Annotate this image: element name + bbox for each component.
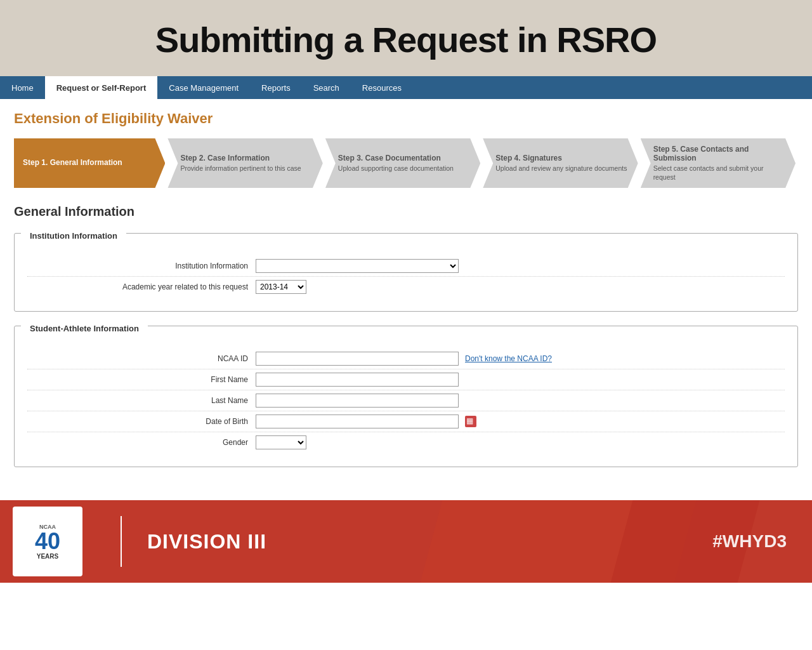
step-2-title: Step 2. Case Information bbox=[180, 154, 313, 162]
footer-logo-years: YEARS bbox=[37, 553, 58, 560]
first-name-input[interactable] bbox=[256, 373, 459, 387]
academic-year-control: 2013-14 2012-13 2014-15 bbox=[256, 280, 785, 294]
nav-reports[interactable]: Reports bbox=[250, 76, 302, 99]
footer-division-text: DIVISION III bbox=[147, 530, 266, 554]
step-2-desc: Provide information pertinent to this ca… bbox=[180, 164, 313, 173]
student-form-rows: NCAA ID Don't know the NCAA ID? First Na… bbox=[15, 346, 797, 455]
footer: NCAA 40 YEARS DIVISION III #WHYD3 bbox=[0, 500, 812, 583]
steps-bar: Step 1. General Information Step 2. Case… bbox=[14, 138, 798, 188]
section-heading: General Information bbox=[14, 204, 798, 219]
footer-logo-number: 40 bbox=[35, 530, 60, 553]
date-of-birth-row: Date of Birth bbox=[27, 411, 785, 432]
footer-divider bbox=[121, 516, 122, 567]
last-name-input[interactable] bbox=[256, 394, 459, 408]
student-section-title: Student-Athlete Information bbox=[21, 319, 148, 338]
institution-info-row: Institution Information bbox=[27, 256, 785, 277]
student-section: Student-Athlete Information NCAA ID Don'… bbox=[14, 326, 798, 467]
gender-row: Gender Male Female bbox=[27, 432, 785, 453]
nav-request-self-report[interactable]: Request or Self-Report bbox=[45, 76, 158, 99]
institution-info-control bbox=[256, 259, 785, 273]
step-4: Step 4. Signatures Upload and review any… bbox=[483, 138, 638, 188]
nav-case-management[interactable]: Case Management bbox=[157, 76, 250, 99]
first-name-control bbox=[256, 373, 785, 387]
first-name-label: First Name bbox=[27, 375, 256, 384]
step-2: Step 2. Case Information Provide informa… bbox=[167, 138, 322, 188]
footer-logo: NCAA 40 YEARS bbox=[13, 507, 82, 576]
step-1: Step 1. General Information bbox=[14, 138, 165, 188]
gender-label: Gender bbox=[27, 438, 256, 447]
calendar-icon[interactable] bbox=[465, 416, 476, 427]
step-1-title: Step 1. General Information bbox=[23, 158, 156, 167]
nav-resources[interactable]: Resources bbox=[351, 76, 413, 99]
last-name-row: Last Name bbox=[27, 390, 785, 411]
last-name-label: Last Name bbox=[27, 396, 256, 405]
institution-form-rows: Institution Information Academic year re… bbox=[15, 253, 797, 300]
nav-search[interactable]: Search bbox=[302, 76, 351, 99]
academic-year-select[interactable]: 2013-14 2012-13 2014-15 bbox=[256, 280, 306, 294]
date-of-birth-control bbox=[256, 415, 785, 428]
institution-info-select[interactable] bbox=[256, 259, 459, 273]
ncaa-id-label: NCAA ID bbox=[27, 354, 256, 363]
nav-home[interactable]: Home bbox=[0, 76, 45, 99]
step-5: Step 5. Case Contacts and Submission Sel… bbox=[641, 138, 796, 188]
step-5-desc: Select case contacts and submit your req… bbox=[653, 164, 787, 182]
step-5-title: Step 5. Case Contacts and Submission bbox=[653, 145, 787, 162]
gender-control: Male Female bbox=[256, 435, 785, 449]
page-title: Extension of Eligibility Waiver bbox=[14, 110, 798, 127]
step-3: Step 3. Case Documentation Upload suppor… bbox=[325, 138, 480, 188]
gender-select[interactable]: Male Female bbox=[256, 435, 306, 449]
navigation-bar: Home Request or Self-Report Case Managem… bbox=[0, 76, 812, 99]
step-4-desc: Upload and review any signature document… bbox=[495, 164, 629, 173]
last-name-control bbox=[256, 394, 785, 408]
academic-year-label: Academic year related to this request bbox=[27, 282, 256, 291]
main-content: Extension of Eligibility Waiver Step 1. … bbox=[0, 99, 812, 500]
date-of-birth-label: Date of Birth bbox=[27, 417, 256, 426]
step-3-desc: Upload supporting case documentation bbox=[338, 164, 471, 173]
step-4-title: Step 4. Signatures bbox=[495, 154, 629, 162]
academic-year-row: Academic year related to this request 20… bbox=[27, 277, 785, 297]
step-3-title: Step 3. Case Documentation bbox=[338, 154, 471, 162]
dont-know-ncaa-id-link[interactable]: Don't know the NCAA ID? bbox=[465, 354, 552, 363]
institution-section-title: Institution Information bbox=[21, 226, 126, 246]
date-of-birth-input[interactable] bbox=[256, 415, 459, 428]
page-main-title: Submitting a Request in RSRO bbox=[0, 19, 812, 60]
ncaa-id-input[interactable] bbox=[256, 352, 459, 366]
page-header: Submitting a Request in RSRO bbox=[0, 0, 812, 76]
institution-section: Institution Information Institution Info… bbox=[14, 233, 798, 312]
footer-hashtag: #WHYD3 bbox=[712, 531, 787, 552]
ncaa-id-control: Don't know the NCAA ID? bbox=[256, 352, 785, 366]
first-name-row: First Name bbox=[27, 369, 785, 390]
ncaa-id-row: NCAA ID Don't know the NCAA ID? bbox=[27, 348, 785, 369]
institution-info-label: Institution Information bbox=[27, 262, 256, 270]
